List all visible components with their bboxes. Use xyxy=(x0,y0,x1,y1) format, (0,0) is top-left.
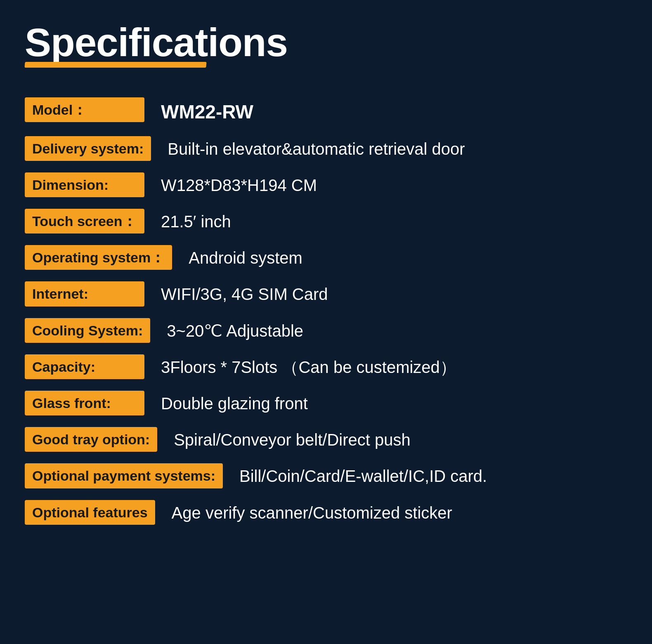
spec-label-model: Model： xyxy=(25,97,144,122)
spec-value-good-tray-option: Spiral/Conveyor belt/Direct push xyxy=(174,427,411,451)
spec-label-glass-front: Glass front: xyxy=(25,391,144,415)
spec-row-delivery-system: Delivery system:Built-in elevator&automa… xyxy=(25,136,627,161)
spec-row-operating-system: Operating system：Android system xyxy=(25,245,627,270)
spec-row-optional-payment-systems: Optional payment systems:Bill/Coin/Card/… xyxy=(25,463,627,488)
spec-value-model: WM22-RW xyxy=(161,97,253,125)
title-section: Specifications xyxy=(25,21,627,64)
spec-value-cooling-system: 3~20℃ Adjustable xyxy=(167,318,303,342)
specs-table: Model：WM22-RWDelivery system:Built-in el… xyxy=(25,97,627,525)
spec-label-delivery-system: Delivery system: xyxy=(25,136,151,161)
spec-label-touch-screen: Touch screen： xyxy=(25,209,144,234)
spec-row-model: Model：WM22-RW xyxy=(25,97,627,125)
spec-value-touch-screen: 21.5′ inch xyxy=(161,209,231,233)
spec-value-capacity: 3Floors * 7Slots （Can be custemized） xyxy=(161,354,456,378)
spec-value-internet: WIFI/3G, 4G SIM Card xyxy=(161,281,328,305)
spec-row-touch-screen: Touch screen：21.5′ inch xyxy=(25,209,627,234)
spec-value-glass-front: Double glazing front xyxy=(161,391,308,415)
spec-label-internet: Internet: xyxy=(25,281,144,306)
spec-row-glass-front: Glass front:Double glazing front xyxy=(25,391,627,415)
spec-value-optional-features: Age verify scanner/Customized sticker xyxy=(172,500,452,524)
spec-value-dimension: W128*D83*H194 CM xyxy=(161,172,317,196)
spec-value-optional-payment-systems: Bill/Coin/Card/E-wallet/IC,ID card. xyxy=(239,463,487,487)
spec-label-operating-system: Operating system： xyxy=(25,245,172,270)
spec-row-dimension: Dimension:W128*D83*H194 CM xyxy=(25,172,627,197)
spec-label-capacity: Capacity: xyxy=(25,354,144,379)
spec-label-optional-payment-systems: Optional payment systems: xyxy=(25,463,223,488)
spec-label-cooling-system: Cooling System: xyxy=(25,318,150,343)
spec-value-operating-system: Android system xyxy=(189,245,302,269)
spec-value-delivery-system: Built-in elevator&automatic retrieval do… xyxy=(168,136,465,160)
spec-label-optional-features: Optional features xyxy=(25,500,155,525)
spec-label-good-tray-option: Good tray option: xyxy=(25,427,157,452)
spec-row-capacity: Capacity:3Floors * 7Slots （Can be custem… xyxy=(25,354,627,379)
spec-row-good-tray-option: Good tray option:Spiral/Conveyor belt/Di… xyxy=(25,427,627,452)
spec-row-optional-features: Optional featuresAge verify scanner/Cust… xyxy=(25,500,627,525)
spec-label-dimension: Dimension: xyxy=(25,172,144,197)
title-underline xyxy=(24,62,206,68)
spec-row-internet: Internet:WIFI/3G, 4G SIM Card xyxy=(25,281,627,306)
page-title: Specifications xyxy=(25,21,288,64)
spec-row-cooling-system: Cooling System:3~20℃ Adjustable xyxy=(25,318,627,343)
